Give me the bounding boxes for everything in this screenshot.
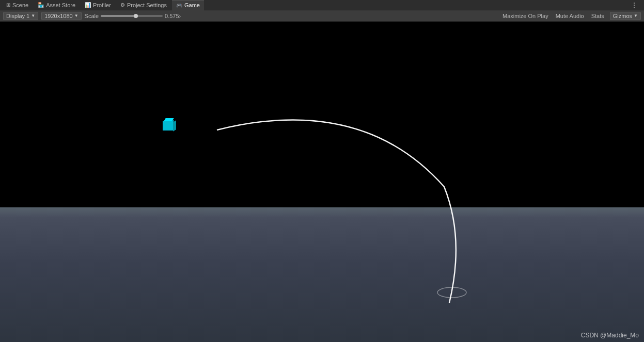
- maximize-on-play-button[interactable]: Maximize On Play: [501, 12, 550, 20]
- scale-label: Scale: [85, 13, 99, 19]
- tab-project-settings-label: Project Settings: [127, 2, 167, 8]
- watermark: CSDN @Maddie_Mo: [581, 332, 639, 339]
- asset-store-icon: 🏪: [38, 2, 44, 8]
- tab-profiler[interactable]: 📊 Profiler: [81, 0, 115, 10]
- gizmos-label: Gizmos: [613, 13, 632, 19]
- tab-game-label: Game: [184, 2, 200, 8]
- sky-area: [0, 22, 644, 220]
- gizmos-dropdown-arrow: ▼: [634, 13, 638, 18]
- game-viewport: CSDN @Maddie_Mo: [0, 22, 644, 342]
- toolbar-right: Maximize On Play Mute Audio Stats Gizmos…: [501, 12, 641, 20]
- kebab-menu-button[interactable]: ⋮: [629, 1, 640, 9]
- project-settings-icon: ⚙: [120, 2, 125, 8]
- display-label: Display 1: [6, 13, 29, 19]
- scale-slider-fill: [101, 15, 135, 17]
- game-icon: 🎮: [176, 3, 182, 8]
- ground-area: [0, 207, 644, 342]
- gizmos-dropdown[interactable]: Gizmos ▼: [610, 12, 641, 20]
- tab-asset-store-label: Asset Store: [46, 2, 75, 8]
- mute-audio-button[interactable]: Mute Audio: [554, 12, 586, 20]
- scale-slider[interactable]: [101, 15, 163, 17]
- tab-profiler-label: Profiler: [93, 2, 111, 8]
- resolution-dropdown-arrow: ▼: [74, 13, 78, 18]
- tab-project-settings[interactable]: ⚙ Project Settings: [116, 0, 171, 10]
- tab-scene[interactable]: ⊞ Scene: [2, 0, 33, 10]
- stats-button[interactable]: Stats: [590, 12, 606, 20]
- display-dropdown[interactable]: Display 1 ▼: [3, 12, 38, 20]
- resolution-dropdown[interactable]: 1920x1080 ▼: [41, 12, 81, 20]
- cyan-cube: [163, 121, 173, 131]
- toolbar-left: Display 1 ▼ 1920x1080 ▼ Scale 0.575›: [3, 12, 181, 20]
- tab-bar-right: ⋮: [629, 1, 642, 9]
- profiler-icon: 📊: [85, 2, 91, 8]
- display-dropdown-arrow: ▼: [31, 13, 35, 18]
- scale-container: Scale 0.575›: [85, 13, 181, 19]
- tab-asset-store[interactable]: 🏪 Asset Store: [34, 0, 80, 10]
- tab-scene-label: Scene: [12, 2, 28, 8]
- scene-icon: ⊞: [6, 2, 10, 8]
- scale-slider-thumb: [134, 14, 138, 18]
- tab-bar: ⊞ Scene 🏪 Asset Store 📊 Profiler ⚙ Proje…: [0, 0, 644, 10]
- resolution-label: 1920x1080: [44, 13, 72, 19]
- tab-bar-left: ⊞ Scene 🏪 Asset Store 📊 Profiler ⚙ Proje…: [2, 0, 204, 10]
- tab-game[interactable]: 🎮 Game: [172, 0, 204, 10]
- scale-value: 0.575›: [165, 13, 181, 19]
- toolbar: Display 1 ▼ 1920x1080 ▼ Scale 0.575› Max…: [0, 10, 644, 22]
